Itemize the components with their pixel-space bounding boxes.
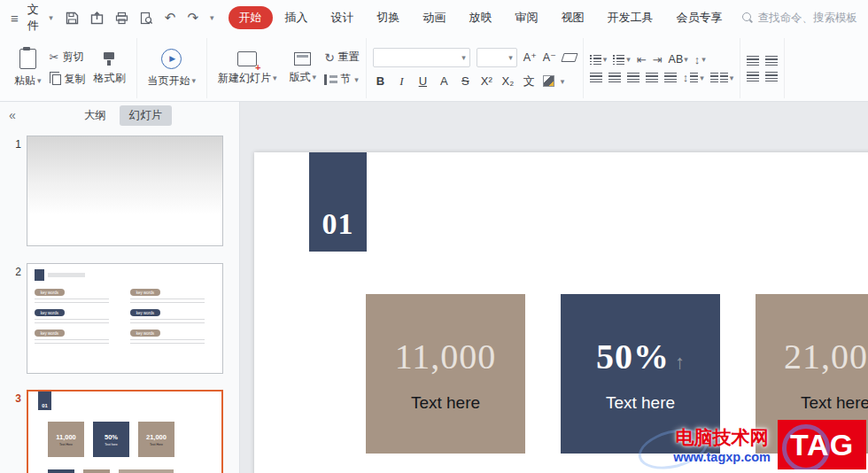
chevron-down-icon: ▾: [273, 74, 277, 82]
mini-keyword-item: key words: [35, 309, 120, 323]
redo-icon[interactable]: ↷: [187, 10, 198, 26]
tab-design[interactable]: 设计: [321, 6, 365, 29]
slide-thumbnail-1[interactable]: [27, 136, 223, 246]
tag-logo-text: TAG: [790, 428, 854, 462]
tab-insert[interactable]: 插入: [275, 6, 319, 29]
copy-button[interactable]: 复制: [50, 72, 86, 87]
export-icon[interactable]: [90, 12, 104, 25]
collapse-panel-icon[interactable]: «: [9, 108, 16, 122]
chevron-down-icon: ▾: [313, 73, 317, 81]
columns-button[interactable]: ▾: [710, 73, 734, 82]
stat-card-1[interactable]: 11,000 Text here: [366, 294, 525, 454]
undo-icon[interactable]: ↶: [165, 10, 176, 26]
tab-animation[interactable]: 动画: [413, 6, 457, 29]
print-icon[interactable]: [115, 12, 128, 25]
section-number-box[interactable]: 01: [309, 152, 367, 252]
chevron-down-icon: ▾: [684, 55, 688, 64]
file-menu-button[interactable]: 文件 ▾: [27, 2, 53, 34]
stat-caption: Text here: [801, 393, 868, 413]
underline-button[interactable]: U: [415, 74, 430, 88]
tab-member[interactable]: 会员专享: [666, 6, 733, 29]
align-center-button[interactable]: [608, 73, 621, 82]
slide-thumbnail-2[interactable]: key words key words key words key words …: [27, 263, 223, 374]
format-painter-label: 格式刷: [94, 71, 126, 86]
superscript-button[interactable]: X²: [479, 74, 494, 88]
new-slide-label: 新建幻灯片: [218, 71, 271, 86]
font-group: ▾ ▾ A⁺ A⁻ B I U A S X²: [367, 38, 584, 98]
print-preview-icon[interactable]: [140, 12, 153, 25]
chevron-down-icon: ▾: [354, 75, 359, 84]
tab-home[interactable]: 开始: [229, 6, 273, 29]
highlight-pen-icon[interactable]: [543, 75, 554, 87]
chevron-down-icon: ▾: [730, 74, 734, 82]
strikethrough-button[interactable]: S: [458, 74, 473, 88]
ribbon-toolbar: 粘贴▾ ✂ 剪切 复制 格式刷 ▶ 当页开始▾: [0, 35, 868, 102]
text-direction-button[interactable]: ↕▾: [694, 54, 706, 66]
increase-font-button[interactable]: A⁺: [523, 50, 537, 64]
decrease-indent-icon[interactable]: ⇤: [637, 54, 647, 66]
align-left-button[interactable]: [590, 73, 602, 82]
slide-thumbnail-row-1: 1: [0, 136, 239, 246]
bullet-list-button[interactable]: ▾: [590, 55, 608, 65]
chevron-down-icon: ▾: [700, 74, 704, 82]
slide-panel-header: « 大纲 幻灯片: [0, 102, 239, 128]
play-from-current-label: 当页开始: [148, 74, 190, 89]
command-search-box[interactable]: 查找命令、搜索模板: [742, 11, 858, 26]
reset-label: 重置: [338, 50, 360, 65]
save-icon[interactable]: [66, 12, 79, 25]
phonetic-guide-button[interactable]: 文: [522, 74, 537, 89]
quick-access-toolbar: ↶ ↷ ▾: [66, 10, 214, 26]
font-size-select[interactable]: ▾: [477, 48, 517, 67]
tag-logo: TAG: [778, 420, 866, 469]
arrange-button[interactable]: [747, 72, 759, 81]
cut-button[interactable]: ✂ 剪切: [50, 50, 86, 65]
section-button[interactable]: 节 ▾: [324, 72, 360, 87]
slideshow-group: ▶ 当页开始▾: [137, 38, 208, 98]
character-spacing-button[interactable]: AB▾: [669, 53, 688, 66]
increase-indent-icon[interactable]: ⇥: [653, 54, 663, 66]
tab-review[interactable]: 审阅: [505, 6, 549, 29]
line-spacing-button[interactable]: ↕▾: [683, 72, 704, 83]
bold-button[interactable]: B: [373, 74, 388, 88]
layout-button[interactable]: 版式▾: [285, 50, 322, 87]
tab-slides[interactable]: 幻灯片: [120, 105, 173, 126]
justify-button[interactable]: [646, 73, 658, 82]
tab-outline[interactable]: 大纲: [74, 105, 116, 126]
clear-format-icon[interactable]: [561, 53, 577, 62]
slide-number: 2: [7, 263, 21, 374]
format-painter-button[interactable]: 格式刷: [89, 49, 130, 88]
align-right-button[interactable]: [627, 73, 639, 82]
subscript-button[interactable]: X₂: [500, 74, 515, 88]
slide-thumbnail-row-3: 3 01 11,000Text Here 50%Text here 21,000…: [0, 390, 239, 473]
tab-slideshow[interactable]: 放映: [459, 6, 503, 29]
quick-style-button[interactable]: [765, 72, 778, 81]
copy-label: 复制: [65, 72, 86, 87]
paste-button[interactable]: 粘贴▾: [10, 47, 46, 90]
tab-developer[interactable]: 开发工具: [597, 6, 664, 29]
insert-shape-button[interactable]: [765, 56, 778, 66]
mini-keyword-item: key words: [35, 289, 120, 303]
slide-panel: « 大纲 幻灯片 1 2 key words key words key wor…: [0, 102, 240, 473]
reset-button[interactable]: ↻ 重置: [324, 50, 360, 65]
play-icon: ▶: [161, 49, 182, 69]
font-family-select[interactable]: ▾: [373, 48, 470, 67]
numbered-list-button[interactable]: ▾: [613, 55, 631, 65]
clipboard-group: 粘贴▾ ✂ 剪切 复制 格式刷: [4, 38, 137, 98]
qat-more-chevron-icon[interactable]: ▾: [210, 13, 214, 22]
decrease-font-button[interactable]: A⁻: [543, 50, 556, 64]
slide-thumbnail-3-selected[interactable]: 01 11,000Text Here 50%Text here 21,000Te…: [27, 390, 223, 473]
new-slide-button[interactable]: 新建幻灯片▾: [213, 50, 282, 88]
tab-view[interactable]: 视图: [551, 6, 595, 29]
slide-number: 3: [7, 390, 21, 473]
wps-presentation-window: ≡ 文件 ▾ ↶ ↷ ▾ 开始 插入 设计 切换 动画 放映 审阅 视图 开发工…: [0, 0, 868, 473]
play-from-current-button[interactable]: ▶ 当页开始▾: [143, 47, 201, 90]
mini-section-box: [35, 269, 44, 281]
hamburger-menu-icon[interactable]: ≡: [11, 11, 19, 26]
distribute-button[interactable]: [664, 73, 677, 82]
italic-button[interactable]: I: [394, 74, 409, 89]
tab-transition[interactable]: 切换: [367, 6, 411, 29]
chevron-down-icon: ▾: [192, 76, 197, 85]
paste-label: 粘贴: [14, 74, 35, 89]
font-color-button[interactable]: A: [437, 74, 452, 88]
text-box-button[interactable]: [747, 56, 759, 66]
